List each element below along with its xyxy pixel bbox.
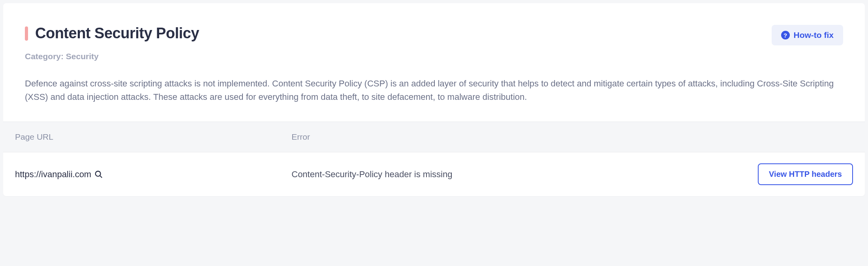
column-header-url: Page URL <box>15 132 291 142</box>
table-row: https://ivanpalii.com Content-Security-P… <box>3 152 865 196</box>
accent-bar <box>25 26 28 41</box>
title-row: Content Security Policy ? How-to fix <box>25 25 843 45</box>
howto-fix-button[interactable]: ? How-to fix <box>772 25 843 45</box>
search-icon[interactable] <box>94 170 103 179</box>
svg-point-0 <box>96 171 101 176</box>
card-header: Content Security Policy ? How-to fix Cat… <box>3 3 865 122</box>
url-cell: https://ivanpalii.com <box>15 169 291 180</box>
security-issue-card: Content Security Policy ? How-to fix Cat… <box>3 3 865 196</box>
view-http-headers-button[interactable]: View HTTP headers <box>758 163 853 185</box>
action-cell: View HTTP headers <box>750 163 853 185</box>
column-header-error: Error <box>291 132 750 142</box>
issue-title: Content Security Policy <box>35 25 199 42</box>
error-cell: Content-Security-Policy header is missin… <box>291 169 750 180</box>
column-header-action <box>750 132 853 142</box>
category-label: Category: Security <box>25 52 843 61</box>
help-icon: ? <box>781 31 790 39</box>
title-block: Content Security Policy <box>25 25 199 42</box>
howto-fix-label: How-to fix <box>794 30 834 40</box>
svg-line-1 <box>100 175 102 178</box>
table-header: Page URL Error <box>3 122 865 152</box>
issue-description: Defence against cross-site scripting att… <box>25 77 843 104</box>
page-url: https://ivanpalii.com <box>15 169 91 180</box>
